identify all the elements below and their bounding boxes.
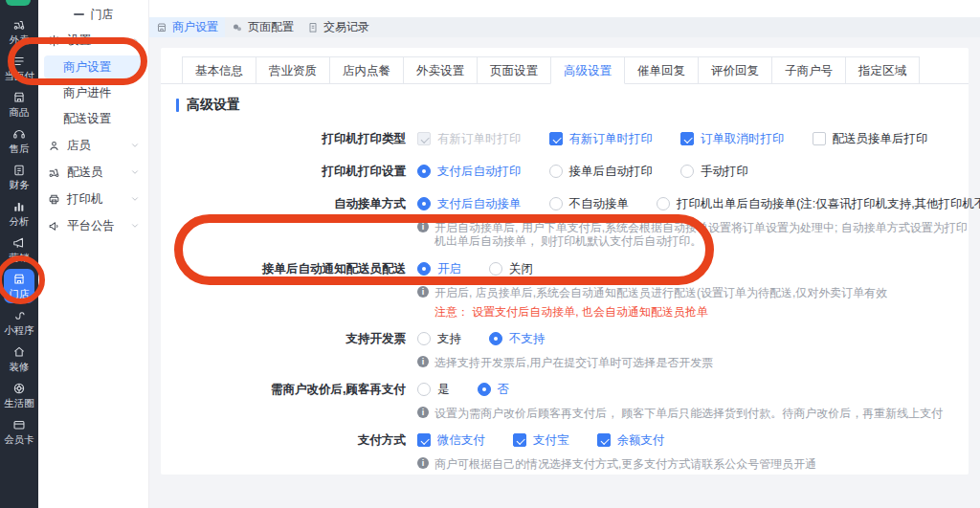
rail-item-goods[interactable]: 商品: [0, 86, 38, 122]
submenu-group-label: 打印机: [67, 191, 103, 208]
ledger-icon: [12, 164, 26, 177]
subtab-label: 高级设置: [564, 64, 612, 77]
subtab-instore-order[interactable]: 店内点餐: [329, 56, 404, 84]
radio-auto-accept-after-pay[interactable]: 支付后自动接单: [417, 195, 522, 212]
rail-item-takeout[interactable]: 外卖: [0, 13, 38, 50]
form-row-printer-type: 打印机打印类型 有新订单时打印 有新订单时打印: [161, 130, 969, 147]
rail-item-label: 生活圈: [4, 397, 34, 409]
radio-label: 打印机出单后自动接单(注:仅喜讯打印机支持,其他打印机不支持): [677, 195, 980, 212]
radio-icon: [549, 165, 563, 178]
rail-item-label: 商品: [10, 106, 30, 118]
checkbox-wechat-pay[interactable]: 微信支付: [417, 431, 485, 449]
checkbox-alipay[interactable]: 支付宝: [513, 431, 569, 449]
checkbox-icon: [513, 433, 526, 447]
submenu-group-announcements[interactable]: 平台公告: [38, 212, 148, 239]
subtab-label: 页面设置: [490, 64, 538, 77]
radio-label: 否: [498, 381, 510, 398]
tab-transactions[interactable]: 交易记录: [301, 17, 376, 37]
subtab-page-settings[interactable]: 页面设置: [477, 56, 551, 84]
checkbox-new-order-print[interactable]: 有新订单时打印: [549, 130, 654, 147]
card-icon: [12, 418, 26, 431]
radio-no-auto-accept[interactable]: 不自动接单: [549, 195, 630, 212]
submenu-item-merchant-onboarding[interactable]: 商户进件: [38, 80, 148, 106]
subtab-business-license[interactable]: 营业资质: [256, 56, 330, 84]
settings-sub-tabs: 基本信息 营业资质 店内点餐 外卖设置 页面设置 高级设置 催单回复 评价回复 …: [161, 48, 969, 84]
house-icon: [12, 345, 26, 359]
radio-auto-print-after-pay[interactable]: 支付后自动打印: [417, 163, 522, 180]
rail-item-membercard[interactable]: 会员卡: [0, 413, 38, 450]
printer-icon: [48, 193, 60, 206]
submenu-group-label: 设置: [67, 33, 91, 49]
rail-item-decorate[interactable]: 装修: [0, 341, 38, 377]
megaphone-icon: [12, 236, 26, 250]
radio-accept-after-printout[interactable]: 打印机出单后自动接单(注:仅喜讯打印机支持,其他打印机不支持): [657, 195, 980, 212]
rail-item-analytics[interactable]: 分析: [0, 195, 38, 232]
lifebuoy-icon: [12, 382, 26, 395]
subtab-basic-info[interactable]: 基本信息: [182, 56, 256, 84]
subtab-designated-area[interactable]: 指定区域: [845, 56, 920, 84]
radio-icon: [549, 197, 563, 210]
submenu-group-settings[interactable]: 设置: [38, 27, 148, 54]
tab-page-config[interactable]: 页面配置: [225, 17, 301, 37]
info-icon: [417, 356, 429, 367]
radio-manual-print[interactable]: 手动打印: [680, 163, 748, 180]
checkbox-icon: [680, 132, 694, 145]
checkbox-order-cancel-print[interactable]: 订单取消时打印: [680, 130, 785, 147]
rail-item-label: 分析: [10, 215, 30, 227]
rail-item-aftersale[interactable]: 售后: [0, 122, 38, 159]
subtab-label: 指定区域: [858, 64, 906, 77]
subtab-sub-merchant[interactable]: 子商户号: [771, 56, 846, 84]
submenu-group-printers[interactable]: 打印机: [38, 186, 148, 212]
tab-merchant-settings[interactable]: 商户设置: [149, 17, 225, 37]
top-tab-bar: 商户设置 页面配置 交易记录: [149, 17, 980, 37]
radio-invoice-unsupport[interactable]: 不支持: [489, 330, 546, 347]
form-label: 自动接单方式: [161, 195, 417, 248]
subtab-label: 评价回复: [711, 64, 759, 77]
radio-invoice-support[interactable]: 支持: [417, 330, 461, 347]
subtab-label: 营业资质: [269, 64, 317, 77]
radio-reprice-yes[interactable]: 是: [417, 381, 450, 398]
form-row-auto-accept: 自动接单方式 支付后自动接单 不自动接单: [161, 195, 969, 248]
submenu-group-label: 平台公告: [67, 218, 115, 234]
radio-auto-print-after-accept[interactable]: 接单后自动打印: [549, 163, 654, 180]
rail-item-finance[interactable]: 财务: [0, 159, 38, 195]
scooter-icon: [48, 166, 60, 179]
rail-item-marketing[interactable]: 营销: [0, 232, 38, 268]
form-row-invoice: 支持开发票 支持 不支持: [161, 330, 969, 369]
subtab-review-reply[interactable]: 评价回复: [698, 56, 772, 84]
hint-text: 设置为需商户改价后顾客再支付后， 顾客下单后只能选择货到付款。待商户改价后，再重…: [434, 407, 943, 420]
store-icon: [156, 22, 167, 33]
submenu-group-staff[interactable]: 店员: [38, 132, 148, 159]
radio-label: 支持: [437, 330, 461, 347]
rail-item-miniapp[interactable]: 小程序: [0, 304, 38, 341]
radio-reprice-no[interactable]: 否: [478, 381, 510, 398]
submenu-item-merchant-settings[interactable]: 商户设置: [44, 55, 143, 78]
subtab-takeout-settings[interactable]: 外卖设置: [403, 56, 478, 84]
radio-label: 不支持: [509, 330, 546, 347]
radio-notify-off[interactable]: 关闭: [489, 260, 533, 277]
form-label: 支付方式: [161, 431, 417, 471]
checkbox-courier-accept-print[interactable]: 配送员接单后打印: [813, 130, 928, 147]
rail-item-lifecircle[interactable]: 生活圈: [0, 377, 38, 413]
submenu-header: 门店: [38, 2, 148, 27]
checkbox-balance-pay[interactable]: 余额支付: [597, 431, 665, 449]
subtab-advanced-settings[interactable]: 高级设置: [550, 56, 625, 84]
form-label: 打印机打印设置: [161, 163, 417, 180]
settings-card: 基本信息 营业资质 店内点餐 外卖设置 页面设置 高级设置 催单回复 评价回复 …: [161, 48, 969, 475]
checkbox-label: 有新订单时打印: [569, 130, 654, 147]
scooter-icon: [12, 18, 26, 32]
subtab-rush-reply[interactable]: 催单回复: [624, 56, 699, 84]
radio-notify-on[interactable]: 开启: [417, 260, 461, 277]
chevron-down-icon: [130, 141, 140, 150]
submenu-item-delivery-settings[interactable]: 配送设置: [38, 106, 148, 132]
submenu-group-couriers[interactable]: 配送员: [38, 159, 148, 186]
submenu-item-label: 商户设置: [63, 60, 111, 74]
info-icon: [417, 457, 429, 469]
radio-icon: [417, 262, 431, 276]
rail-item-store[interactable]: 门店: [4, 269, 34, 303]
checkbox-new-order-print-disabled[interactable]: 有新订单时打印: [417, 130, 522, 147]
rail-item-facepay[interactable]: 当面付: [0, 50, 38, 86]
hint-invoice: 选择支持开发票后,用户在提交订单时可选择是否开发票: [417, 356, 969, 369]
form-row-printer-setting: 打印机打印设置 支付后自动打印 接单后自动打印: [161, 163, 969, 180]
menu-fold-icon[interactable]: [74, 13, 84, 15]
